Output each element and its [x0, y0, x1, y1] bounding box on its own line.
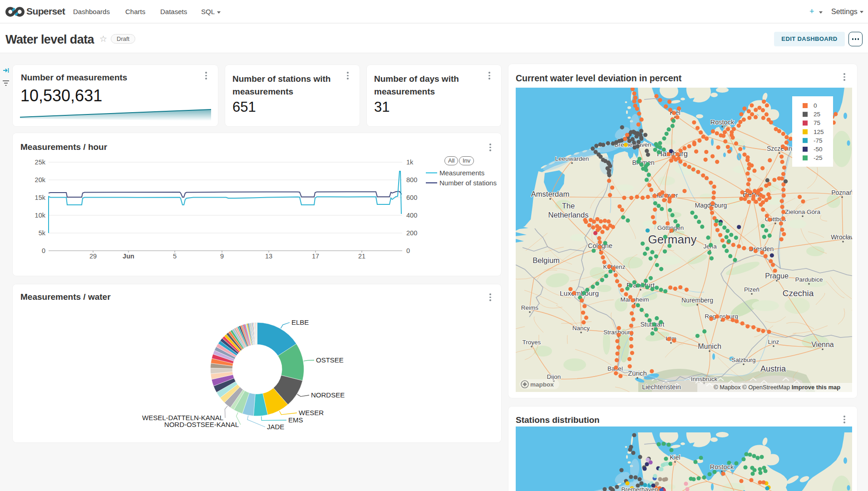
svg-text:Nuremberg: Nuremberg	[681, 297, 713, 304]
svg-text:Salzburg: Salzburg	[731, 357, 755, 363]
svg-text:400: 400	[406, 212, 417, 219]
svg-text:Plzeň: Plzeň	[744, 286, 760, 293]
svg-text:Innsbruck: Innsbruck	[691, 376, 718, 382]
svg-text:Zürich: Zürich	[628, 369, 647, 377]
svg-text:0: 0	[814, 102, 817, 109]
svg-text:5k: 5k	[39, 229, 46, 237]
svg-text:600: 600	[406, 194, 417, 201]
svg-text:WESER: WESER	[299, 409, 324, 417]
svg-text:-50: -50	[814, 146, 823, 153]
svg-text:JADE: JADE	[267, 423, 284, 431]
svg-text:Netherlands: Netherlands	[548, 211, 589, 219]
svg-text:25k: 25k	[35, 159, 46, 166]
svg-text:Szczecin: Szczecin	[767, 145, 792, 152]
svg-text:800: 800	[406, 176, 417, 184]
svg-text:Munich: Munich	[698, 342, 721, 350]
svg-text:EMS: EMS	[288, 416, 303, 424]
svg-text:13: 13	[265, 253, 272, 260]
svg-text:20k: 20k	[35, 176, 46, 184]
svg-text:17: 17	[312, 253, 319, 260]
svg-text:Jun: Jun	[123, 253, 134, 260]
svg-text:© Mapbox © OpenStreetMap Impro: © Mapbox © OpenStreetMap Improve this ma…	[714, 384, 840, 391]
svg-text:Poznań: Poznań	[831, 189, 852, 196]
svg-text:Leeuwarden: Leeuwarden	[555, 155, 589, 162]
svg-text:Mannheim: Mannheim	[620, 296, 649, 303]
svg-text:0: 0	[42, 247, 45, 254]
svg-text:Wrocław: Wrocław	[831, 233, 852, 241]
svg-text:21: 21	[358, 253, 365, 260]
svg-text:Rostock: Rostock	[710, 463, 734, 471]
svg-text:Germany: Germany	[648, 233, 697, 246]
svg-text:Dijon: Dijon	[547, 373, 561, 380]
svg-text:ELBE: ELBE	[291, 318, 309, 326]
svg-text:1k: 1k	[406, 159, 414, 166]
svg-text:75: 75	[814, 119, 820, 126]
svg-text:200: 200	[406, 229, 417, 237]
svg-text:125: 125	[814, 129, 824, 135]
svg-text:-75: -75	[814, 137, 823, 144]
svg-text:Bremerhaven: Bremerhaven	[621, 486, 658, 491]
svg-text:15k: 15k	[35, 194, 46, 201]
svg-text:Rostock: Rostock	[710, 119, 735, 126]
svg-text:WESEL-DATTELN-KANAL: WESEL-DATTELN-KANAL	[142, 414, 223, 422]
svg-text:Reims: Reims	[521, 304, 539, 311]
svg-text:Zielona Góra: Zielona Góra	[785, 208, 821, 215]
svg-text:Liechtenstein: Liechtenstein	[642, 383, 681, 391]
svg-text:Czechia: Czechia	[783, 288, 814, 298]
svg-text:Troyes: Troyes	[523, 339, 541, 346]
svg-text:mapbox: mapbox	[530, 381, 554, 388]
svg-text:Nancy: Nancy	[572, 325, 590, 332]
svg-text:0: 0	[406, 247, 410, 254]
svg-text:Austria: Austria	[760, 364, 786, 373]
svg-text:NORD-OSTSEE-KANAL: NORD-OSTSEE-KANAL	[164, 421, 239, 428]
svg-text:Prague: Prague	[765, 272, 789, 280]
svg-text:OSTSEE: OSTSEE	[316, 356, 344, 364]
svg-text:25: 25	[814, 111, 820, 118]
svg-text:NORDSEE: NORDSEE	[311, 391, 345, 399]
svg-text:5: 5	[173, 253, 177, 260]
svg-text:Amsterdam: Amsterdam	[531, 190, 569, 198]
svg-text:Pardubice: Pardubice	[795, 276, 823, 283]
svg-text:29: 29	[89, 253, 97, 260]
svg-text:Linz: Linz	[768, 338, 779, 345]
svg-text:Belgium: Belgium	[533, 256, 560, 264]
svg-text:10k: 10k	[35, 212, 46, 219]
svg-text:The: The	[562, 202, 575, 210]
svg-text:-25: -25	[814, 154, 823, 161]
svg-text:Vienna: Vienna	[811, 341, 834, 348]
svg-text:Kiel: Kiel	[670, 454, 680, 461]
svg-text:9: 9	[220, 253, 224, 260]
